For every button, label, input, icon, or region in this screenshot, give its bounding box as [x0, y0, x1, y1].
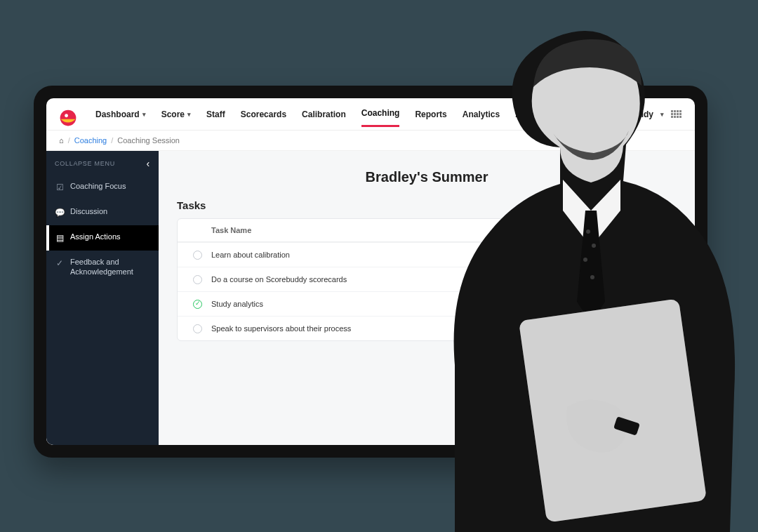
- task-name: Learn about calibration: [211, 251, 530, 259]
- nav-analytics[interactable]: Analytics: [463, 109, 500, 126]
- nav-calibration[interactable]: Calibration: [302, 109, 346, 126]
- circle-icon: [193, 251, 202, 260]
- section-title: Tasks: [177, 199, 677, 211]
- breadcrumb-link[interactable]: Coaching: [74, 136, 107, 145]
- task-name: Speak to supervisors about their process: [211, 324, 530, 333]
- svg-point-1: [65, 114, 68, 117]
- chevron-left-icon[interactable]: ‹: [147, 158, 150, 169]
- page-title: Bradley's Summer: [177, 169, 677, 185]
- chevron-down-icon: ▾: [187, 111, 191, 118]
- collapse-label: COLLAPSE MENU: [55, 160, 115, 167]
- app-screen: Dashboard ▾ Score ▾ Staff Scorecards Cal…: [46, 98, 695, 445]
- priority-badge: Urgent: [607, 250, 640, 260]
- task-name: Study analytics: [211, 300, 530, 308]
- circle-icon: [193, 275, 202, 284]
- nav-dashboard[interactable]: Dashboard ▾: [95, 109, 146, 126]
- table-row[interactable]: Learn about calibrationUrgent: [178, 242, 676, 267]
- col-due: Due Date: [530, 226, 607, 234]
- priority-badge: High: [607, 299, 634, 309]
- collapse-menu[interactable]: COLLAPSE MENU ‹: [46, 151, 159, 175]
- check-circle-icon: [193, 300, 202, 309]
- sidebar-item-discussion[interactable]: 💬Discussion: [46, 200, 159, 225]
- breadcrumb-current: Coaching Session: [117, 136, 180, 145]
- nav-score[interactable]: Score ▾: [161, 109, 191, 126]
- sidebar-item-label: Coaching Focus: [70, 182, 126, 192]
- table-row[interactable]: Study analyticsHigh: [178, 291, 676, 316]
- chevron-down-icon: ▾: [660, 111, 664, 118]
- sidebar-item-assign-actions[interactable]: ▤Assign Actions: [46, 225, 159, 251]
- user-menu-label: ddy: [639, 109, 653, 119]
- clipboard-check-icon: ☑: [55, 182, 65, 193]
- grid-icon[interactable]: [671, 110, 682, 119]
- nav-staff[interactable]: Staff: [206, 109, 225, 126]
- chevron-down-icon: ▾: [142, 111, 146, 118]
- svg-point-0: [60, 109, 77, 126]
- task-status[interactable]: [183, 300, 211, 309]
- task-status[interactable]: [183, 324, 211, 333]
- page-body: COLLAPSE MENU ‹ ☑Coaching Focus💬Discussi…: [46, 151, 695, 445]
- col-task: Task Name: [211, 226, 530, 234]
- table-row[interactable]: Speak to supervisors about their process…: [178, 316, 676, 340]
- home-icon[interactable]: ⌂: [59, 136, 64, 145]
- nav-scorecards[interactable]: Scorecards: [241, 109, 286, 126]
- sidebar-item-label: Assign Actions: [70, 232, 121, 242]
- priority-badge: Low: [607, 274, 632, 284]
- list-icon: ▤: [55, 233, 65, 244]
- chat-icon: 💬: [55, 208, 65, 218]
- nav-coaching[interactable]: Coaching: [361, 108, 400, 127]
- nav-reports[interactable]: Reports: [415, 109, 446, 126]
- breadcrumb: ⌂ / Coaching / Coaching Session: [46, 131, 695, 151]
- tasks-table: Task Name Due Date Priority Learn about …: [177, 218, 677, 341]
- nav-admin[interactable]: Admin: [515, 109, 541, 126]
- task-status[interactable]: [183, 251, 211, 260]
- table-header: Task Name Due Date Priority: [178, 219, 676, 242]
- sidebar-item-label: Feedback and Acknowledgement: [70, 258, 150, 277]
- sidebar-item-coaching-focus[interactable]: ☑Coaching Focus: [46, 175, 159, 200]
- top-nav: Dashboard ▾ Score ▾ Staff Scorecards Cal…: [46, 98, 695, 131]
- check-icon: ✓: [55, 258, 65, 269]
- sidebar-item-feedback-and-acknowledgement[interactable]: ✓Feedback and Acknowledgement: [46, 251, 159, 284]
- app-logo: [59, 109, 77, 127]
- sidebar-item-label: Discussion: [70, 207, 107, 217]
- task-due: Feb 8, 2023: [530, 324, 607, 333]
- priority-badge: Medium: [607, 324, 644, 333]
- circle-icon: [193, 324, 202, 333]
- task-name: Do a course on Scorebuddy scorecards: [211, 275, 530, 284]
- col-priority: Priority: [607, 226, 670, 234]
- device-frame: Dashboard ▾ Score ▾ Staff Scorecards Cal…: [34, 86, 707, 458]
- table-row[interactable]: Do a course on Scorebuddy scorecardsLow: [178, 267, 676, 291]
- sidebar: COLLAPSE MENU ‹ ☑Coaching Focus💬Discussi…: [46, 151, 159, 445]
- user-menu[interactable]: ddy ▾: [639, 109, 682, 126]
- main-content: Bradley's Summer Tasks Task Name Due Dat…: [159, 151, 695, 445]
- task-status[interactable]: [183, 275, 211, 284]
